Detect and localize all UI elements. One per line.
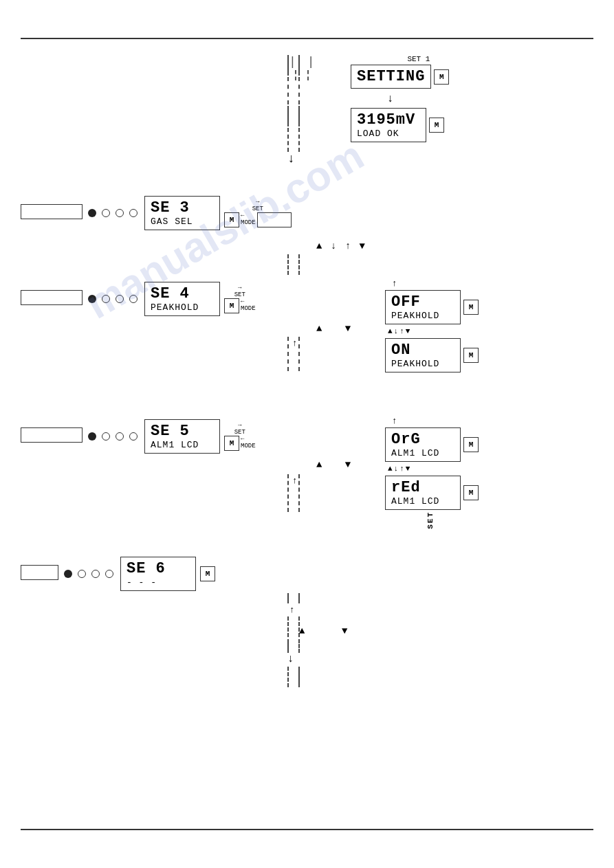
se3-sub: GAS SEL [151,216,214,227]
se5-box: SE 5 ALM1 LCD [144,419,220,454]
se5-red-m-button[interactable]: M [463,485,479,500]
se6-m-button[interactable]: M [200,566,215,581]
se4-left-rect [21,290,83,305]
se5-dots [88,432,138,441]
se3-arrow-tri-up: ▲ [316,241,323,252]
setting-main: SETTING [357,68,425,85]
se4-set-mode: → SET M ←MODE [224,285,256,313]
top-dashed-line: ↓ [287,55,300,166]
se3-arrow-up: ↑ [345,241,352,252]
load-box: 3195mV LOAD OK [351,108,426,142]
se4-main: SE 4 [151,285,214,302]
final-bottom-line [287,667,300,687]
se5-m-button[interactable]: M [224,436,239,451]
se4-set-label: → [238,285,241,291]
load-sub: LOAD OK [357,129,420,139]
se4-arrow-tri-up: ▲ [316,323,323,334]
se4-on-m-button[interactable]: M [463,348,479,363]
se3-set-text: SET [252,205,263,212]
dashed-up-indicator: ↑ [292,338,298,348]
se6-dot-3 [91,570,100,578]
dashed-up-indicator-2: ↑ [292,476,298,486]
se6-dot-4 [105,570,113,578]
setting-box: SETTING [351,65,431,89]
se6-row: SE 6 - - - M [21,557,593,591]
se4-dots [88,295,138,303]
se6-up-arrow: ↑ [287,605,300,615]
se4-options: ↑ OFF PEAKHOLD M ▲↓↑▼ ON PEAKHOLD M [385,278,479,372]
se5-org-main: OrG [391,431,454,448]
se3-dots [88,209,138,217]
se4-on-main: ON [391,342,454,359]
se4-on-sub: PEAKHOLD [391,359,454,369]
se5-dot-4 [129,432,138,441]
se5-org-sub: ALM1 LCD [391,448,454,458]
se5-options: ↑ OrG ALM1 LCD M ▲↓↑▼ rEd ALM1 LCD M [385,416,479,510]
load-m-button[interactable]: M [429,118,444,133]
se6-left-rect [21,565,58,580]
se4-off-sub: PEAKHOLD [391,311,454,321]
se5-red-box: rEd ALM1 LCD [385,476,461,510]
se6-dot-1 [64,570,72,578]
se3-m-button[interactable]: M [224,212,239,227]
se4-off-main: OFF [391,293,454,311]
se4-off-m-button[interactable]: M [463,300,479,315]
se3-main: SE 3 [151,199,214,216]
se4-on-box: ON PEAKHOLD [385,338,461,372]
arrow-down-1: ↓ [351,93,449,105]
se5-dot-2 [102,432,110,441]
se4-box: SE 4 PEAKHOLD [144,282,220,316]
se3-arrow-tri-down: ▼ [359,241,366,252]
se3-dot-2 [102,209,110,217]
se3-box: SE 3 GAS SEL [144,196,220,230]
se4-dot-1 [88,295,96,303]
se3-arrows-label: ←MODE [241,213,256,227]
se5-set-mode: → SET M ←MODE [224,422,256,451]
se5-set-text: SET [234,429,245,436]
se5-main: SE 5 [151,423,214,440]
se4-dot-4 [129,295,138,303]
se3-left-rect [21,204,83,219]
dashed-lines-se3-se4 [287,254,300,275]
setting-section: SET 1 SETTING M ↓ 3195mV LOAD OK M [351,55,449,142]
se4-row: SE 4 PEAKHOLD → SET M ←MODE [21,282,593,316]
se3-set-mode: → SET M ←MODE [224,199,292,227]
se4-dot-2 [102,295,110,303]
se5-red-main: rEd [391,479,454,496]
se5-org-m-button[interactable]: M [463,437,479,452]
top-border [21,38,593,39]
se6-dots [64,570,113,578]
se6-sub: - - - [127,577,190,588]
se4-set-text: SET [234,291,245,298]
se5-arrows-label: ←MODE [241,436,256,450]
se3-arrows: ▲ ↓ ↑ ▼ [316,241,366,252]
se3-set-label: → [256,199,259,205]
bottom-border [21,829,593,830]
bottom-dashed-lines [287,639,300,653]
se4-sub: PEAKHOLD [151,302,214,313]
se4-arrow-up-indicator: ↑ [385,278,479,289]
se3-right-box [257,212,292,227]
se4-dot-3 [116,295,124,303]
se5-arrow-tri-down: ▼ [345,459,352,470]
se3-dot-4 [129,209,138,217]
se5-arrow-up-indicator: ↑ [385,416,479,426]
load-main: 3195mV [357,111,420,129]
se5-red-sub: ALM1 LCD [391,496,454,507]
se5-row: SE 5 ALM1 LCD → SET M ←MODE [21,419,593,454]
set1-label: SET 1 [351,55,449,63]
se5-arrow-tri-up: ▲ [316,459,323,470]
se6-dot-2 [78,570,86,578]
se4-m-button[interactable]: M [224,298,239,313]
se5-dot-3 [116,432,124,441]
se4-small-arrows: ▲↓↑▼ [385,327,479,335]
se5-dot-1 [88,432,96,441]
se6-tri-down: ▼ [342,625,350,636]
se3-dot-1 [88,209,96,217]
se3-dot-3 [116,209,124,217]
se4-arrow-tri-down: ▼ [345,323,352,334]
setting-m-button[interactable]: M [434,69,449,85]
se3-row: SE 3 GAS SEL → SET M ←MODE [21,196,593,230]
se4-off-box: OFF PEAKHOLD [385,290,461,324]
se6-arrows-area: ↑ [287,593,300,638]
